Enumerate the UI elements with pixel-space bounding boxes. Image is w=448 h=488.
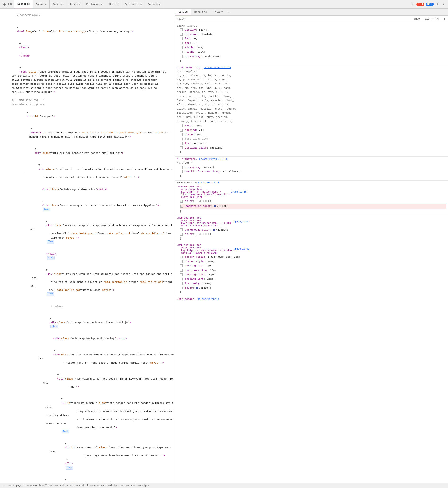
css-checkbox[interactable]: [180, 33, 183, 36]
tree-section-wrapper[interactable]: ▼ <div class="section_wrapper mcb-sectio…: [0, 195, 175, 216]
css-checkbox[interactable]: [180, 264, 183, 267]
breadcrumb-ellipsis[interactable]: ...: [2, 484, 6, 487]
tree-comment1[interactable]: <!-- mfn_hook_top -->: [0, 98, 175, 103]
tree-column-inner[interactable]: ▼ <div class="mcb-column-inner mcb-colum…: [0, 369, 175, 393]
css-checkbox[interactable]: [180, 256, 183, 259]
css-checkbox[interactable]: [180, 124, 183, 127]
tree-li-25[interactable]: ▶ <li id="menu-item-25" class="menu-item…: [0, 438, 175, 474]
css-source3[interactable]: ?page_id=58: [234, 248, 249, 250]
css-checkbox[interactable]: [180, 37, 183, 40]
tab-elements[interactable]: Elements: [15, 0, 33, 8]
tree-wrap-inner[interactable]: ▼ <div class="mcb-wrap-inner mcb-wrap-in…: [0, 312, 175, 333]
css-selector-current[interactable]: .mcb-section .mcb- wrap .mcb-item- kvyr9…: [177, 186, 229, 199]
inherited-link[interactable]: a.mfn-menu-link: [198, 181, 219, 184]
css-checkbox-color[interactable]: [180, 200, 183, 203]
filter-hov-button[interactable]: :hov: [413, 17, 421, 21]
css-selector2[interactable]: .mcb-section .mcb- wrap .mcb-item- kvyr9…: [177, 217, 232, 227]
css-checkbox[interactable]: [180, 166, 183, 169]
css-checkbox-bg[interactable]: [180, 205, 183, 208]
tab-performance[interactable]: Performance: [83, 0, 106, 8]
tree-doctype[interactable]: <!DOCTYPE html>: [0, 9, 175, 22]
tree-comment2[interactable]: <!-- mfn_hook_top -->: [0, 103, 175, 107]
css-checkbox[interactable]: [180, 142, 183, 145]
css-checkbox[interactable]: [180, 269, 183, 272]
css-rule-font-size: font-size: 100%;: [180, 137, 446, 141]
tab-styles[interactable]: Styles: [175, 8, 191, 15]
css-checkbox[interactable]: [180, 170, 183, 173]
css-selector-reset[interactable]: html, body, div,: [177, 66, 202, 69]
tab-network[interactable]: Network: [66, 0, 83, 8]
breadcrumb-li[interactable]: rrent_page_item.menu-item-212.mfn-menu-l…: [8, 484, 66, 487]
css-checkbox[interactable]: [180, 51, 183, 54]
filter-add-button[interactable]: +: [432, 17, 434, 21]
tree-bg-overlay[interactable]: <div class="mcb-background-overlay"></di…: [0, 183, 175, 195]
tab-computed[interactable]: Computed: [191, 8, 210, 15]
close-icon[interactable]: ✕: [441, 2, 446, 7]
tab-security[interactable]: Security: [145, 0, 163, 8]
device-icon[interactable]: [8, 2, 12, 7]
tree-header[interactable]: ▼ <header id="mfn-header-template" data-…: [0, 123, 175, 143]
more-tabs-icon[interactable]: »: [410, 2, 415, 7]
tab-memory[interactable]: Memory: [106, 0, 122, 8]
css-checkbox[interactable]: [180, 46, 183, 49]
tree-wrap1[interactable]: ▼ <div class="wrap mcb-wrap mcb-wrap-s58…: [0, 216, 175, 248]
filter-cls-button[interactable]: .cls: [422, 17, 430, 21]
settings-icon[interactable]: ⚙: [435, 2, 440, 7]
tree-wrap-bg[interactable]: <div class="mcb-wrap-background-overlay"…: [0, 333, 175, 345]
css-rules-reset: margin: ▶0; padding: ▶0; border: ▶0; fon…: [177, 123, 446, 155]
filter-input[interactable]: [177, 17, 411, 20]
css-checkbox[interactable]: [180, 273, 183, 276]
css-selector[interactable]: element.style: [177, 24, 197, 27]
css-checkbox[interactable]: [180, 146, 183, 149]
css-checkbox[interactable]: [180, 133, 183, 136]
color-swatch-blue3: [196, 287, 198, 289]
tab-console[interactable]: Console: [33, 0, 50, 8]
inspect-icon[interactable]: [2, 2, 7, 7]
tree-wrapper[interactable]: ▼ <div id="Wrapper">: [0, 107, 175, 123]
css-section-header3: .mcb-section .mcb- wrap .mcb-item- kvyr9…: [177, 244, 446, 254]
css-selector3[interactable]: .mcb-section .mcb- wrap .mcb-item- kvyr9…: [177, 244, 232, 254]
tree-before1[interactable]: ::before: [0, 300, 175, 312]
tree-head[interactable]: ▶ <head> … </head>: [0, 38, 175, 62]
css-checkbox[interactable]: [180, 260, 183, 263]
css-checkbox[interactable]: [180, 28, 183, 31]
tree-column[interactable]: ▼ <div class="column mcb-column mcb-item…: [0, 345, 175, 369]
tree-body[interactable]: ▼ <body class="page-template-default pag…: [0, 62, 175, 98]
css-checkbox[interactable]: [180, 129, 183, 132]
css-source-reset[interactable]: be.css?ver=26.7.5:3: [204, 66, 231, 69]
css-checkbox[interactable]: [180, 233, 183, 236]
tree-wrap1-close[interactable]: </div> flex: [0, 248, 175, 264]
css-checkbox[interactable]: [180, 138, 183, 140]
css-rule-border: border: ▶0;: [180, 132, 446, 137]
tab-more[interactable]: »: [226, 8, 232, 15]
filter-refresh-button[interactable]: ⊡: [441, 16, 446, 21]
css-selector-ba[interactable]: *, *::before,: [177, 158, 197, 161]
tab-application[interactable]: Application: [122, 0, 145, 8]
tree-html[interactable]: ▼ <html lang="en" class="js" itemscope i…: [0, 22, 175, 38]
styles-panel: Styles Computed Layout » :hov .cls + ⎘ ⊡: [175, 8, 448, 488]
css-checkbox[interactable]: [180, 282, 183, 285]
css-rule-pt: padding-top: 12px;: [180, 264, 446, 268]
css-checkbox[interactable]: [180, 55, 183, 58]
breadcrumb-span[interactable]: span.menu-item-helper.mfn-menu-item-help…: [90, 484, 150, 487]
css-checkbox[interactable]: [180, 278, 183, 280]
css-checkbox[interactable]: [180, 228, 183, 231]
tab-sources[interactable]: Sources: [50, 0, 66, 8]
css-source-current[interactable]: ?page_id=58: [231, 191, 247, 193]
svg-rect-0: [3, 3, 4, 4]
tree-ul[interactable]: ▼ <ul id="menu-main-menu" class="mfn-hea…: [0, 393, 175, 438]
tree-wrap2[interactable]: ▼ <div class="wrap mcb-wrap mcb-wrap-x92…: [0, 264, 175, 300]
css-selector4[interactable]: .mfn-header-: [177, 298, 196, 301]
html-tree-panel[interactable]: <!DOCTYPE html> ▼ <html lang="en" class=…: [0, 8, 175, 488]
css-source-ba[interactable]: be.css?ver=26.7.5:50: [199, 158, 228, 161]
tab-layout[interactable]: Layout: [210, 8, 226, 15]
breadcrumb-a[interactable]: a.mfn-menu-link: [67, 484, 88, 487]
css-rule-color3: color: #414B94;: [180, 286, 446, 290]
filter-copy-button[interactable]: ⎘: [435, 16, 440, 21]
css-source4[interactable]: be.css?ver=5733: [198, 298, 219, 301]
tree-builder[interactable]: ▼ <div class="mfn-builder-content mfn-he…: [0, 143, 175, 159]
tree-section[interactable]: ▼ <div class="section mfn-section mfn-de…: [0, 159, 175, 183]
css-source2[interactable]: ?page_id=58: [234, 220, 249, 223]
css-checkbox[interactable]: [180, 42, 183, 44]
css-checkbox[interactable]: [180, 287, 183, 289]
